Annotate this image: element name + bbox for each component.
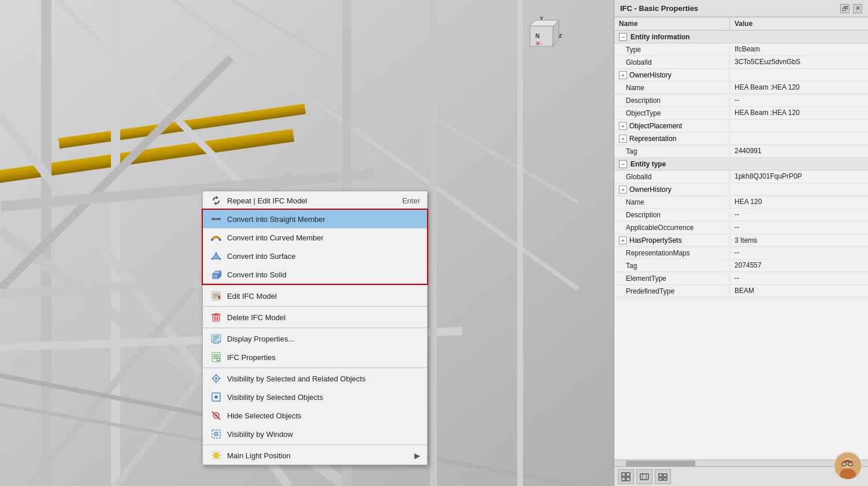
expand-representation[interactable]: +: [619, 135, 627, 143]
svg-line-86: [219, 452, 220, 453]
menu-item-ifc-props[interactable]: IFC Properties: [203, 348, 427, 366]
convert-curved-label: Convert into Curved Member: [227, 233, 420, 242]
svg-line-85: [219, 458, 220, 459]
nav-cube[interactable]: Y Z N X-: [521, 12, 567, 58]
menu-item-vis-selected[interactable]: Visibility by Selected Objects: [203, 388, 427, 406]
vis-related-label: Visibility by Selected and Related Objec…: [227, 374, 420, 383]
repeat-label: Repeat | Edit IFC Model: [227, 196, 391, 205]
svg-point-100: [843, 458, 853, 468]
menu-item-main-light[interactable]: Main Light Position ▶: [203, 446, 427, 465]
prop-elementtype-value: --: [730, 272, 868, 284]
section-entity-type[interactable]: − Entity type: [614, 158, 868, 170]
menu-item-repeat[interactable]: Repeat | Edit IFC Model Enter: [203, 191, 427, 210]
menu-item-hide-selected[interactable]: Hide Selected Objects: [203, 406, 427, 425]
menu-item-display-props[interactable]: Display Properties...: [203, 329, 427, 348]
menu-item-convert-straight[interactable]: Convert into Straight Member: [203, 210, 427, 228]
svg-point-35: [212, 258, 213, 260]
prop-tag-ei-value: 2440991: [730, 145, 868, 157]
prop-representation[interactable]: + Representation: [614, 132, 868, 145]
expand-ownerhistory-1[interactable]: +: [619, 71, 627, 79]
close-button[interactable]: ✕: [853, 4, 862, 13]
properties-table: Name Value − Entity information Type Ifc…: [614, 17, 868, 459]
svg-rect-98: [663, 478, 667, 480]
section-entity-info-label: Entity information: [630, 33, 690, 41]
scrollbar-track[interactable]: [614, 459, 868, 466]
svg-point-36: [216, 253, 217, 254]
svg-rect-88: [622, 473, 625, 476]
prop-globalid-et-name: GlobalId: [614, 170, 730, 183]
menu-item-delete-ifc[interactable]: Delete IFC Model: [203, 308, 427, 327]
svg-point-37: [220, 258, 221, 260]
prop-ownerhistory-1[interactable]: + OwnerHistory: [614, 69, 868, 81]
svg-marker-21: [530, 26, 553, 46]
prop-representationmaps: RepresentationMaps --: [614, 247, 868, 259]
solid-icon: [210, 268, 222, 281]
prop-description-et-value: --: [730, 209, 868, 221]
curved-member-icon: [210, 231, 222, 244]
ifc-props-label: IFC Properties: [227, 353, 420, 362]
right-panel: IFC - Basic Properties 🗗 ✕ Name Value − …: [614, 0, 868, 486]
prop-ownerhistory-1-name: + OwnerHistory: [614, 69, 730, 81]
section-entity-information[interactable]: − Entity information: [614, 31, 868, 43]
collapse-entity-type[interactable]: −: [619, 160, 627, 168]
toolbar-btn-3[interactable]: [655, 469, 671, 484]
toolbar-btn-1[interactable]: [618, 469, 634, 484]
svg-point-78: [216, 433, 217, 435]
panel-controls: 🗗 ✕: [840, 4, 862, 13]
prop-representationmaps-value: --: [730, 247, 868, 259]
svg-line-84: [213, 452, 214, 453]
svg-text:N: N: [535, 33, 539, 39]
expand-haspropertySets[interactable]: +: [619, 236, 627, 244]
main-light-icon: [210, 449, 222, 462]
svg-point-33: [219, 239, 221, 241]
prop-tag-ei: Tag 2440991: [614, 145, 868, 158]
prop-type-name: Type: [614, 43, 730, 55]
vis-selected-icon: [210, 391, 222, 403]
prop-ownerhistory-2-name: + OwnerHistory: [614, 184, 730, 195]
prop-objectplacement[interactable]: + ObjectPlacement: [614, 120, 868, 132]
delete-ifc-label: Delete IFC Model: [227, 313, 420, 322]
restore-button[interactable]: 🗗: [840, 4, 850, 13]
prop-elementtype-name: ElementType: [614, 272, 730, 284]
surface-icon: [210, 250, 222, 262]
prop-predefinedtype-name: PredefinedType: [614, 285, 730, 297]
hide-selected-label: Hide Selected Objects: [227, 411, 420, 420]
menu-item-convert-solid[interactable]: Convert into Solid: [203, 265, 427, 284]
prop-objecttype-name: ObjectType: [614, 107, 730, 119]
panel-titlebar: IFC - Basic Properties 🗗 ✕: [614, 0, 868, 17]
svg-text:X-: X-: [536, 40, 541, 46]
submenu-arrow: ▶: [414, 451, 420, 460]
scrollbar-thumb[interactable]: [626, 461, 695, 466]
convert-surface-label: Convert into Surface: [227, 252, 420, 261]
menu-item-convert-surface[interactable]: Convert into Surface: [203, 247, 427, 265]
prop-tag-ei-name: Tag: [614, 145, 730, 157]
edit-ifc-icon: [210, 290, 222, 302]
prop-haspropertySets[interactable]: + HasPropertySets 3 Items: [614, 234, 868, 247]
expand-objectplacement[interactable]: +: [619, 122, 627, 130]
menu-item-edit-ifc[interactable]: Edit IFC Model: [203, 287, 427, 305]
toolbar-btn-2[interactable]: [636, 469, 652, 484]
menu-item-vis-window[interactable]: Visibility by Window: [203, 425, 427, 443]
svg-rect-91: [626, 477, 630, 481]
prop-applicableoccurrence: ApplicableOccurrence --: [614, 221, 868, 234]
collapse-entity-info[interactable]: −: [619, 33, 627, 41]
prop-description-et-name: Description: [614, 209, 730, 221]
menu-item-convert-curved[interactable]: Convert into Curved Member: [203, 228, 427, 247]
svg-rect-96: [659, 478, 662, 480]
hide-selected-icon: [210, 409, 222, 422]
delete-ifc-icon: [210, 311, 222, 324]
prop-globalid: GlobalId 3CTo5CEuz5dvnGbS: [614, 56, 868, 69]
prop-ownerhistory-2[interactable]: + OwnerHistory: [614, 183, 868, 196]
prop-name-ei-value: HEA Beam :HEA 120: [730, 81, 868, 94]
edit-ifc-label: Edit IFC Model: [227, 292, 420, 300]
separator-1: [203, 285, 427, 285]
expand-ownerhistory-2[interactable]: +: [619, 186, 627, 194]
prop-representationmaps-name: RepresentationMaps: [614, 247, 730, 259]
prop-globalid-et-value: 1pkh8QJ01FquPrP0P: [730, 170, 868, 183]
panel-title: IFC - Basic Properties: [620, 4, 698, 13]
menu-item-vis-related[interactable]: Visibility by Selected and Related Objec…: [203, 369, 427, 388]
prop-elementtype: ElementType --: [614, 272, 868, 285]
prop-haspropertySets-name: + HasPropertySets: [614, 235, 730, 246]
prop-tag-et-value: 2074557: [730, 259, 868, 272]
svg-rect-48: [214, 313, 218, 314]
